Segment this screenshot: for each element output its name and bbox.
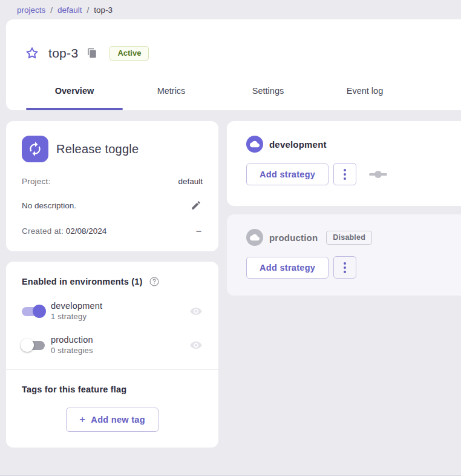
breadcrumb-separator: / [50, 5, 53, 15]
dot [344, 173, 346, 176]
add-strategy-button-production[interactable]: Add strategy [246, 257, 329, 279]
environment-name: development [51, 301, 189, 311]
dot [344, 266, 346, 269]
environment-row-development: development 1 strategy [22, 301, 203, 321]
environment-strategy-count: 1 strategy [51, 312, 189, 321]
breadcrumb-current: top-3 [94, 5, 113, 15]
tab-overview[interactable]: Overview [26, 71, 123, 110]
breadcrumb-default-link[interactable]: default [57, 5, 82, 15]
breadcrumb-projects-link[interactable]: projects [17, 5, 45, 15]
copy-icon [87, 48, 97, 59]
rollout-slider-icon [368, 170, 388, 179]
environment-name: production [51, 335, 189, 345]
tab-settings[interactable]: Settings [220, 71, 316, 110]
created-at-label: Created at: [22, 226, 64, 236]
copy-name-button[interactable] [87, 48, 97, 59]
more-options-button-production[interactable] [333, 256, 356, 279]
dot [344, 169, 346, 171]
tab-metrics[interactable]: Metrics [123, 71, 220, 110]
cloud-icon [250, 139, 260, 149]
dot [344, 262, 346, 265]
feature-tabs: Overview Metrics Settings Event log [26, 71, 461, 110]
production-toggle[interactable] [22, 339, 45, 351]
created-at-value: 02/08/2024 [66, 226, 107, 236]
tab-label: Settings [252, 86, 284, 96]
feature-header-card: top-3 Active Overview Metrics Settings E… [6, 19, 461, 110]
tab-label: Overview [55, 86, 94, 96]
tab-label: Metrics [157, 86, 186, 96]
more-options-button-development[interactable] [333, 163, 356, 185]
add-strategy-label: Add strategy [260, 263, 315, 273]
collapse-details-button[interactable]: – [195, 227, 203, 236]
add-strategy-button-development[interactable]: Add strategy [246, 164, 329, 185]
feature-type-label: Release toggle [56, 142, 139, 156]
project-value: default [178, 177, 203, 186]
tab-label: Event log [347, 86, 383, 96]
edit-description-button[interactable] [189, 199, 203, 212]
environments-card: Enabled in environments (1) development … [6, 262, 218, 448]
dot [344, 271, 346, 273]
dot [344, 177, 346, 180]
environment-strategy-count: 0 strategies [51, 346, 189, 355]
environment-row-production: production 0 strategies [22, 335, 203, 355]
development-environment-panel: development Add strategy [227, 121, 461, 206]
disabled-badge: Disabled [326, 231, 372, 245]
toggle-thumb [33, 305, 46, 318]
breadcrumb: projects / default / top-3 [0, 0, 461, 19]
release-toggle-type-icon-badge [22, 136, 48, 162]
page-title: top-3 [48, 46, 78, 61]
enabled-environments-heading: Enabled in environments (1) [22, 277, 143, 286]
eye-icon[interactable] [189, 305, 203, 318]
production-environment-panel: production Disabled Add strategy [227, 214, 461, 296]
development-toggle[interactable] [22, 305, 45, 317]
environment-panel-name: development [269, 139, 327, 150]
feature-meta-card: Release toggle Project: default No descr… [6, 121, 218, 251]
production-environment-badge [246, 229, 263, 246]
tags-section: Tags for this feature flag + Add new tag [22, 370, 203, 448]
plus-icon: + [79, 414, 85, 426]
sync-icon [27, 141, 43, 157]
development-environment-badge [246, 136, 263, 153]
help-icon[interactable] [149, 276, 160, 287]
add-new-tag-label: Add new tag [91, 415, 145, 425]
tab-event-log[interactable]: Event log [316, 71, 413, 110]
star-icon [25, 46, 39, 61]
add-strategy-label: Add strategy [260, 170, 315, 179]
status-badge: Active [110, 46, 149, 61]
add-new-tag-button[interactable]: + Add new tag [66, 408, 159, 432]
pencil-icon [191, 200, 201, 211]
active-tab-indicator [26, 108, 123, 110]
tags-heading: Tags for this feature flag [22, 385, 203, 394]
environment-panel-name: production [269, 233, 318, 243]
description-text: No description. [22, 201, 76, 210]
breadcrumb-separator: / [87, 5, 90, 15]
minus-icon: – [196, 228, 201, 234]
favorite-button[interactable] [24, 45, 40, 61]
cloud-icon [250, 233, 260, 242]
eye-icon[interactable] [189, 339, 203, 352]
project-label: Project: [22, 177, 50, 186]
toggle-thumb [21, 339, 34, 352]
